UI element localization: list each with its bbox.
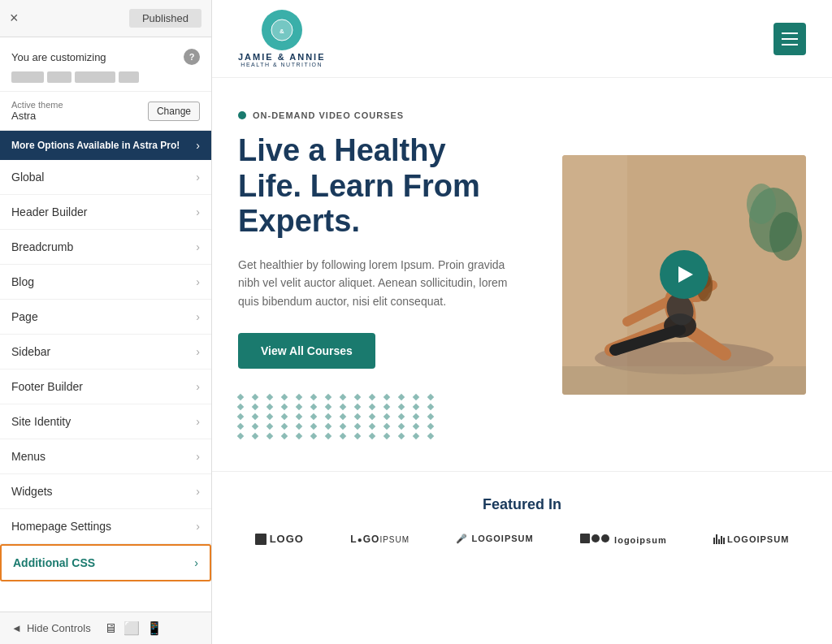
dot	[398, 413, 405, 420]
menu-item-breadcrumb[interactable]: Breadcrumb ›	[0, 230, 211, 265]
hero-tag-label: ON-DEMAND VIDEO COURSES	[253, 110, 404, 120]
dot	[281, 423, 288, 430]
menu-item-blog[interactable]: Blog ›	[0, 265, 211, 300]
dot	[296, 423, 302, 430]
close-button[interactable]: ×	[10, 10, 19, 27]
desktop-view-button[interactable]: 🖥	[104, 620, 117, 636]
menu-item-sidebar[interactable]: Sidebar ›	[0, 335, 211, 370]
tablet-view-button[interactable]: ⬜	[124, 620, 140, 636]
menu-item-label: Homepage Settings	[11, 520, 111, 533]
help-button[interactable]: ?	[184, 49, 200, 65]
menu-item-label: Header Builder	[11, 205, 87, 218]
menu-item-homepage-settings[interactable]: Homepage Settings ›	[0, 509, 211, 544]
dot	[325, 413, 332, 420]
menu-item-additional-css[interactable]: Additional CSS ›	[0, 544, 211, 581]
dot	[281, 404, 288, 410]
logo-text: logoipsum	[580, 534, 667, 545]
dot	[354, 394, 361, 400]
dot	[310, 394, 317, 400]
hide-controls-button[interactable]: ◄ Hide Controls	[11, 622, 91, 634]
mobile-view-button[interactable]: 📱	[146, 620, 162, 636]
dot	[384, 423, 390, 430]
dot	[310, 413, 317, 420]
menu-item-label: Footer Builder	[11, 380, 83, 393]
logo-text-main: JAMIE & ANNIE	[238, 52, 326, 62]
dot	[413, 423, 419, 430]
chevron-right-icon: ›	[196, 310, 200, 323]
dot	[281, 413, 288, 420]
arrow-left-icon: ◄	[11, 622, 22, 634]
logo-4: logoipsum	[580, 534, 667, 545]
hamburger-line-3	[782, 44, 798, 45]
hamburger-line-2	[782, 38, 798, 40]
dot	[354, 433, 361, 439]
dot	[354, 413, 361, 420]
view-icons-group: 🖥 ⬜ 📱	[104, 620, 162, 636]
menu-item-label: Breadcrumb	[11, 240, 73, 253]
hamburger-menu-button[interactable]	[774, 23, 806, 55]
change-theme-button[interactable]: Change	[148, 102, 200, 121]
dot	[296, 433, 302, 439]
svg-point-6	[747, 184, 776, 224]
hero-image-area	[535, 155, 807, 395]
menu-item-page[interactable]: Page ›	[0, 300, 211, 335]
svg-rect-19	[562, 366, 806, 395]
dot	[252, 423, 258, 430]
dot	[427, 404, 434, 410]
featured-title: Featured In	[238, 496, 806, 513]
svg-text:&: &	[280, 28, 284, 35]
dot	[398, 433, 405, 439]
dot	[237, 423, 244, 430]
dot	[266, 423, 273, 430]
dot	[340, 433, 346, 439]
tablet-icon: ⬜	[124, 621, 140, 635]
logo-1: LOGO	[255, 533, 304, 545]
menu-item-label: Page	[11, 310, 38, 323]
play-button[interactable]	[660, 250, 708, 299]
chevron-right-icon: ›	[196, 240, 200, 253]
menu-item-footer-builder[interactable]: Footer Builder ›	[0, 370, 211, 404]
dot	[413, 394, 419, 400]
dot	[310, 423, 317, 430]
logo-leaf-icon: &	[270, 18, 294, 42]
dots-pattern	[238, 395, 509, 439]
dot	[369, 404, 375, 410]
logo-text: LOGO	[270, 533, 304, 545]
published-button[interactable]: Published	[129, 9, 202, 28]
menu-item-label: Global	[11, 171, 44, 184]
dot	[369, 423, 375, 430]
hero-description: Get healthier by following lorem Ipsum. …	[238, 256, 509, 310]
logo-text: LOGOIPSUM	[713, 534, 789, 544]
menu-item-site-identity[interactable]: Site Identity ›	[0, 404, 211, 439]
astra-pro-banner[interactable]: More Options Available in Astra Pro! ›	[0, 131, 211, 160]
dot	[310, 433, 317, 439]
customizing-label: You are customizing	[11, 51, 106, 63]
chevron-right-icon: ›	[196, 380, 200, 393]
desktop-icon: 🖥	[104, 621, 117, 635]
menu-item-global[interactable]: Global ›	[0, 160, 211, 195]
dot	[237, 433, 244, 439]
dot	[252, 433, 258, 439]
logo-3: 🎤 LOGOIPSUM	[456, 534, 533, 544]
menu-item-menus[interactable]: Menus ›	[0, 439, 211, 474]
dot	[325, 404, 332, 410]
astra-pro-label: More Options Available in Astra Pro!	[11, 140, 180, 151]
dot	[354, 404, 361, 410]
mobile-icon: 📱	[146, 621, 162, 635]
astra-pro-chevron-icon: ›	[196, 139, 200, 152]
chevron-right-icon: ›	[196, 275, 200, 288]
dot	[398, 423, 405, 430]
dot	[384, 404, 390, 410]
menu-item-header-builder[interactable]: Header Builder ›	[0, 195, 211, 230]
dot	[354, 423, 361, 430]
chevron-right-icon: ›	[196, 520, 200, 533]
chevron-right-icon: ›	[196, 415, 200, 428]
hero-content: ON-DEMAND VIDEO COURSES Live a Healthy L…	[238, 110, 509, 439]
dot	[427, 423, 434, 430]
dot	[237, 413, 244, 420]
svg-point-5	[769, 212, 802, 261]
logos-row: LOGO L●GOIPSUM 🎤 LOGOIPSUM logoipsum	[238, 533, 806, 545]
menu-item-widgets[interactable]: Widgets ›	[0, 474, 211, 509]
cta-button[interactable]: View All Courses	[238, 333, 375, 369]
dot	[398, 394, 405, 400]
